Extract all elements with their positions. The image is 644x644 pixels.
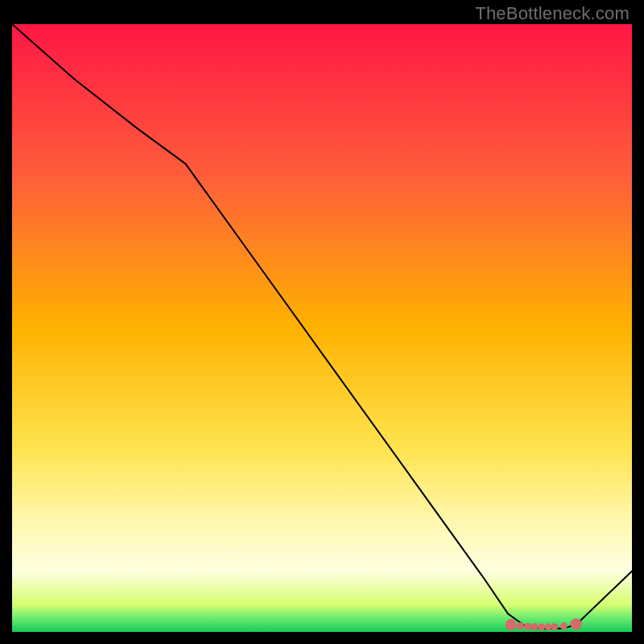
gradient-background [12,24,632,632]
marker-dot [517,622,524,630]
marker-dot [531,623,539,630]
marker-dot [506,619,517,630]
plot-area [12,24,632,632]
marker-dot [545,623,552,630]
marker-dot [551,623,558,630]
marker-dot [571,618,582,630]
attribution-label: TheBottleneck.com [475,3,630,24]
marker-dot [524,623,531,630]
chart-frame: TheBottleneck.com [0,0,644,644]
marker-dot [538,623,545,630]
marker-dot [560,622,568,630]
chart-svg [12,24,632,632]
